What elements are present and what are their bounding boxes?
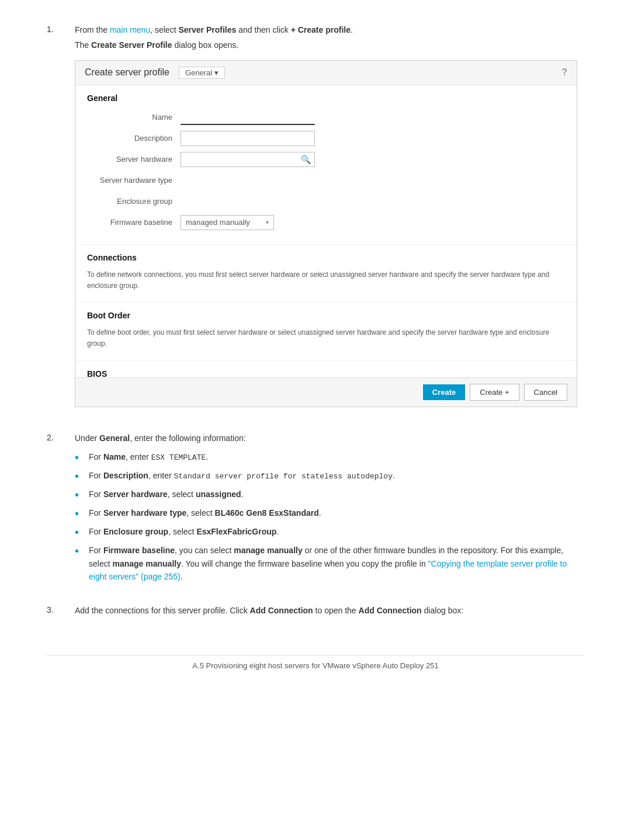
dialog-footer: Create Create + Cancel [75, 377, 577, 407]
list-item: • For Server hardware type, select BL460… [75, 506, 584, 520]
field-server-hardware-type-value [181, 173, 315, 188]
step-2: 2. Under General, enter the following in… [47, 432, 584, 588]
step-3-label: Add the connections for this server prof… [75, 604, 584, 617]
page-footer-text: A.5 Provisioning eight host servers for … [192, 661, 438, 670]
field-name-label: Name [87, 113, 181, 122]
help-icon[interactable]: ? [561, 67, 567, 78]
field-enclosure-group-label: Enclosure group [87, 197, 181, 206]
step-1-intro2: The Create Server Profile dialog box ope… [75, 39, 584, 51]
page-content: 1. From the main menu, select Server Pro… [47, 23, 584, 620]
dialog-body[interactable]: General Name Description [75, 85, 577, 377]
step-1-number: 1. [47, 23, 75, 34]
section-general: General Name Description [75, 85, 577, 245]
chevron-down-icon: ▾ [266, 219, 269, 225]
step-3: 3. Add the connections for this server p… [47, 604, 584, 619]
step-2-number: 2. [47, 432, 75, 442]
server-hardware-search-input[interactable] [185, 155, 311, 164]
bullet-text-name: For Name, enter ESX TEMPLATE. [89, 450, 584, 464]
section-boot-order-desc: To define boot order, you must first sel… [87, 327, 565, 349]
bullet-icon: • [75, 488, 86, 502]
bullet-text-firmware-baseline: For Firmware baseline, you can select ma… [89, 544, 584, 583]
step-2-body: Under General, enter the following infor… [75, 432, 584, 588]
section-bios: BIOS To define BIOS settings, you must f… [75, 361, 577, 377]
firmware-baseline-value: managed manually [186, 218, 250, 227]
bullet-icon: • [75, 506, 86, 520]
section-bios-title: BIOS [87, 369, 565, 377]
field-name-input[interactable] [181, 110, 315, 125]
section-connections-title: Connections [87, 253, 565, 262]
bullet-text-server-hardware-type: For Server hardware type, select BL460c … [89, 506, 584, 519]
main-menu-link[interactable]: main menu [110, 25, 150, 34]
field-firmware-baseline-label: Firmware baseline [87, 218, 181, 227]
bullet-icon: • [75, 469, 86, 483]
list-item: • For Server hardware, select unassigned… [75, 488, 584, 502]
dialog-tab-label: General [185, 68, 212, 77]
field-server-hardware-row: Server hardware 🔍 [87, 152, 565, 167]
field-description-input[interactable] [181, 131, 315, 146]
list-item: • For Firmware baseline, you can select … [75, 544, 584, 583]
bullet-text-server-hardware: For Server hardware, select unassigned. [89, 488, 584, 501]
field-firmware-baseline-row: Firmware baseline managed manually ▾ [87, 215, 565, 230]
list-item: • For Description, enter Standard server… [75, 469, 584, 483]
field-server-hardware-search[interactable]: 🔍 [181, 152, 315, 167]
field-enclosure-group-value [181, 194, 315, 209]
step-1-intro: From the main menu, select Server Profil… [75, 23, 584, 36]
dialog-title: Create server profile [85, 67, 169, 78]
field-enclosure-group-row: Enclosure group [87, 194, 565, 209]
bullet-icon: • [75, 450, 86, 464]
bullet-icon: • [75, 544, 86, 558]
bullet-text-enclosure-group: For Enclosure group, select EsxFlexFabri… [89, 525, 584, 538]
field-firmware-baseline-select[interactable]: managed manually ▾ [181, 215, 274, 230]
step-2-label: Under General, enter the following infor… [75, 432, 584, 445]
list-item: • For Name, enter ESX TEMPLATE. [75, 450, 584, 464]
bullet-list: • For Name, enter ESX TEMPLATE. • For De… [75, 450, 584, 583]
chevron-down-icon: ▾ [214, 68, 219, 77]
section-boot-order-title: Boot Order [87, 311, 565, 320]
step-1-body: From the main menu, select Server Profil… [75, 23, 584, 415]
bullet-icon: • [75, 525, 86, 539]
page-footer: A.5 Provisioning eight host servers for … [47, 655, 584, 670]
field-server-hardware-label: Server hardware [87, 155, 181, 164]
step-3-number: 3. [47, 604, 75, 615]
field-server-hardware-type-row: Server hardware type [87, 173, 565, 188]
section-connections-desc: To define network connections, you must … [87, 269, 565, 291]
cancel-button[interactable]: Cancel [524, 384, 567, 401]
search-icon: 🔍 [301, 155, 311, 164]
list-item: • For Enclosure group, select EsxFlexFab… [75, 525, 584, 539]
create-button[interactable]: Create [423, 384, 465, 400]
field-name-row: Name [87, 110, 565, 125]
field-description-label: Description [87, 134, 181, 143]
bullet-text-description: For Description, enter Standard server p… [89, 469, 584, 483]
section-boot-order: Boot Order To define boot order, you mus… [75, 303, 577, 360]
create-plus-button[interactable]: Create + [470, 384, 519, 401]
section-connections: Connections To define network connection… [75, 245, 577, 303]
field-server-hardware-type-label: Server hardware type [87, 176, 181, 185]
dialog-header: Create server profile General ▾ ? [75, 61, 577, 85]
dialog-tab-general[interactable]: General ▾ [179, 67, 225, 79]
step-1: 1. From the main menu, select Server Pro… [47, 23, 584, 415]
dialog-create-server-profile: Create server profile General ▾ ? Genera… [75, 60, 577, 407]
field-description-row: Description [87, 131, 565, 146]
section-general-title: General [87, 93, 565, 103]
step-3-body: Add the connections for this server prof… [75, 604, 584, 619]
